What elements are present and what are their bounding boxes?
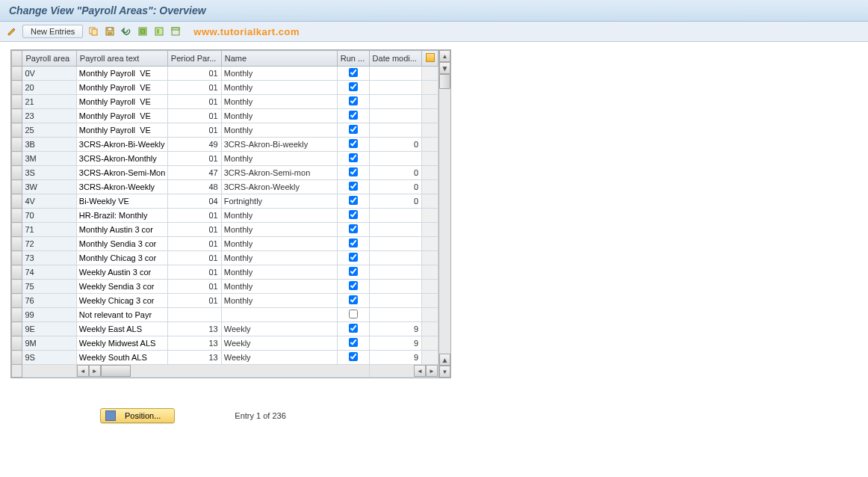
cell-period-par[interactable]: 48 xyxy=(167,180,221,194)
payroll-area-text-input[interactable] xyxy=(79,197,165,206)
row-selector[interactable] xyxy=(12,166,22,180)
header-payroll-area[interactable]: Payroll area xyxy=(22,51,76,67)
hscroll-left-button2[interactable]: ◄ xyxy=(414,365,426,377)
payroll-area-text-input[interactable] xyxy=(79,111,165,120)
header-row-selector[interactable] xyxy=(12,51,22,67)
payroll-area-text-input[interactable] xyxy=(79,268,165,277)
cell-period-par[interactable] xyxy=(167,308,221,322)
payroll-area-text-input[interactable] xyxy=(79,339,165,348)
run-checkbox[interactable] xyxy=(349,295,358,304)
cell-period-par[interactable]: 13 xyxy=(167,351,221,365)
hscroll-right-button2[interactable]: ► xyxy=(426,365,438,377)
header-date-modi[interactable]: Date modi... xyxy=(369,51,422,67)
cell-run[interactable] xyxy=(337,194,369,209)
cell-run[interactable] xyxy=(337,237,369,251)
vscroll-up-button[interactable]: ▲ xyxy=(439,50,450,62)
row-selector[interactable] xyxy=(12,138,22,152)
run-checkbox[interactable] xyxy=(349,139,358,148)
row-selector[interactable] xyxy=(12,265,22,280)
cell-date-modi[interactable] xyxy=(369,123,422,138)
run-checkbox[interactable] xyxy=(349,96,358,105)
payroll-area-text-input[interactable] xyxy=(79,310,165,319)
cell-run[interactable] xyxy=(337,81,369,95)
cell-payroll-area-text[interactable] xyxy=(76,209,167,223)
vscroll-track[interactable] xyxy=(439,74,450,354)
row-selector[interactable] xyxy=(12,209,22,223)
cell-payroll-area-text[interactable] xyxy=(76,123,167,138)
cell-payroll-area-text[interactable] xyxy=(76,308,167,322)
table-settings-icon[interactable] xyxy=(426,53,435,62)
cell-run[interactable] xyxy=(337,223,369,237)
run-checkbox[interactable] xyxy=(349,153,358,162)
header-run[interactable]: Run ... xyxy=(337,51,369,67)
run-checkbox[interactable] xyxy=(349,281,358,290)
hscroll-thumb[interactable] xyxy=(101,365,131,377)
vscroll-thumb[interactable] xyxy=(439,74,450,89)
payroll-area-text-input[interactable] xyxy=(79,69,165,78)
payroll-area-text-input[interactable] xyxy=(79,225,165,234)
cell-date-modi[interactable] xyxy=(369,209,422,223)
cell-date-modi[interactable] xyxy=(369,152,422,166)
row-selector[interactable] xyxy=(12,109,22,123)
run-checkbox[interactable] xyxy=(349,125,358,134)
row-selector[interactable] xyxy=(12,351,22,365)
cell-period-par[interactable]: 01 xyxy=(167,280,221,294)
cell-date-modi[interactable]: 0 xyxy=(369,166,422,180)
position-button[interactable]: Position... xyxy=(100,408,175,423)
run-checkbox[interactable] xyxy=(349,167,358,176)
cell-date-modi[interactable] xyxy=(369,251,422,265)
cell-run[interactable] xyxy=(337,95,369,109)
row-selector[interactable] xyxy=(12,308,22,322)
hscroll-right-button[interactable]: ► xyxy=(89,365,101,377)
cell-run[interactable] xyxy=(337,152,369,166)
cell-payroll-area-text[interactable] xyxy=(76,166,167,180)
cell-date-modi[interactable] xyxy=(369,67,422,81)
cell-date-modi[interactable]: 0 xyxy=(369,138,422,152)
cell-period-par[interactable]: 01 xyxy=(167,209,221,223)
cell-run[interactable] xyxy=(337,280,369,294)
cell-run[interactable] xyxy=(337,351,369,365)
payroll-area-text-input[interactable] xyxy=(79,140,165,149)
row-selector[interactable] xyxy=(12,95,22,109)
cell-period-par[interactable]: 01 xyxy=(167,95,221,109)
cell-period-par[interactable]: 01 xyxy=(167,67,221,81)
cell-run[interactable] xyxy=(337,294,369,308)
cell-date-modi[interactable]: 9 xyxy=(369,322,422,336)
cell-run[interactable] xyxy=(337,322,369,336)
cell-date-modi[interactable] xyxy=(369,237,422,251)
payroll-area-text-input[interactable] xyxy=(79,282,165,291)
payroll-area-text-input[interactable] xyxy=(79,154,165,163)
payroll-area-text-input[interactable] xyxy=(79,253,165,262)
cell-period-par[interactable]: 01 xyxy=(167,223,221,237)
payroll-area-text-input[interactable] xyxy=(79,126,165,135)
payroll-area-text-input[interactable] xyxy=(79,97,165,106)
cell-period-par[interactable]: 01 xyxy=(167,237,221,251)
row-selector[interactable] xyxy=(12,336,22,351)
cell-date-modi[interactable]: 9 xyxy=(369,351,422,365)
cell-run[interactable] xyxy=(337,209,369,223)
header-name[interactable]: Name xyxy=(221,51,337,67)
row-selector[interactable] xyxy=(12,237,22,251)
row-selector[interactable] xyxy=(12,81,22,95)
change-icon[interactable] xyxy=(6,25,18,37)
cell-payroll-area-text[interactable] xyxy=(76,138,167,152)
cell-payroll-area-text[interactable] xyxy=(76,280,167,294)
run-checkbox[interactable] xyxy=(349,253,358,262)
deselect-icon[interactable] xyxy=(170,25,182,37)
cell-run[interactable] xyxy=(337,251,369,265)
hscroll-track[interactable] xyxy=(101,365,369,377)
payroll-area-text-input[interactable] xyxy=(79,168,165,177)
header-configure[interactable] xyxy=(422,51,438,67)
cell-payroll-area-text[interactable] xyxy=(76,351,167,365)
row-selector[interactable] xyxy=(12,152,22,166)
cell-payroll-area-text[interactable] xyxy=(76,194,167,209)
cell-period-par[interactable]: 01 xyxy=(167,251,221,265)
copy-icon[interactable] xyxy=(87,25,99,37)
row-selector[interactable] xyxy=(12,322,22,336)
run-checkbox[interactable] xyxy=(349,68,358,77)
cell-date-modi[interactable] xyxy=(369,109,422,123)
cell-period-par[interactable]: 49 xyxy=(167,138,221,152)
cell-payroll-area-text[interactable] xyxy=(76,81,167,95)
run-checkbox[interactable] xyxy=(349,196,358,205)
cell-run[interactable] xyxy=(337,67,369,81)
